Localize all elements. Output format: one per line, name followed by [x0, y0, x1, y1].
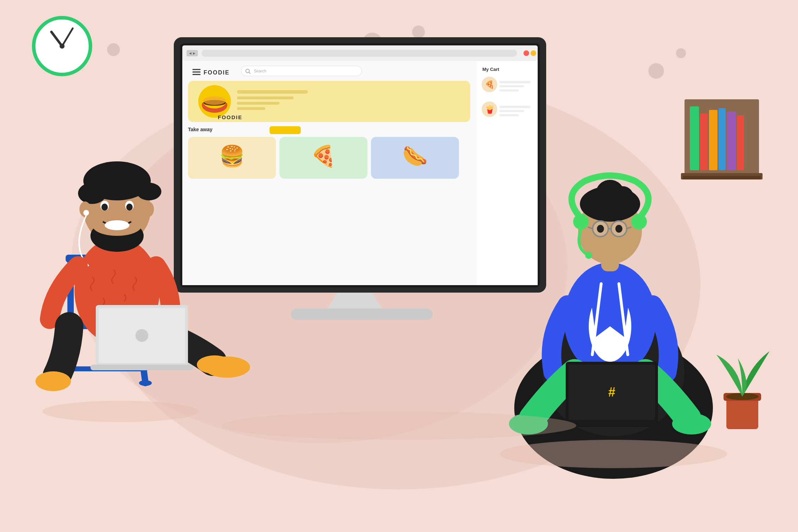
svg-point-112: [597, 225, 604, 233]
svg-point-12: [60, 44, 65, 49]
svg-rect-129: [709, 110, 717, 170]
svg-point-90: [204, 356, 250, 378]
svg-rect-38: [237, 90, 308, 94]
svg-rect-135: [724, 393, 761, 401]
svg-rect-100: [601, 248, 619, 271]
svg-rect-55: [499, 85, 524, 87]
svg-rect-43: [270, 126, 301, 134]
svg-point-73: [74, 238, 160, 344]
svg-rect-32: [188, 81, 470, 122]
svg-point-84: [126, 204, 133, 211]
svg-text:My Cart: My Cart: [482, 67, 499, 72]
svg-point-104: [612, 186, 633, 207]
svg-point-86: [79, 201, 91, 217]
svg-rect-44: [188, 137, 276, 179]
svg-point-72: [139, 380, 152, 386]
svg-rect-22: [182, 61, 538, 285]
svg-point-79: [90, 220, 144, 252]
svg-rect-124: [560, 421, 663, 427]
svg-point-20: [523, 50, 529, 56]
svg-point-81: [100, 201, 109, 211]
svg-point-77: [78, 183, 106, 204]
svg-point-103: [596, 180, 624, 207]
svg-text:Search: Search: [254, 69, 266, 73]
svg-rect-54: [499, 81, 531, 83]
svg-rect-28: [241, 66, 362, 76]
svg-rect-46: [279, 137, 367, 179]
svg-rect-60: [499, 110, 524, 112]
svg-rect-133: [683, 176, 761, 179]
svg-line-109: [627, 227, 631, 229]
svg-point-4: [412, 26, 425, 38]
svg-line-69: [138, 329, 145, 383]
svg-text:🍔: 🍔: [219, 144, 245, 168]
svg-rect-59: [499, 106, 531, 108]
svg-line-30: [249, 72, 250, 74]
svg-point-57: [482, 101, 497, 117]
svg-point-114: [573, 214, 589, 229]
svg-point-101: [578, 197, 642, 264]
svg-rect-64: [67, 255, 74, 326]
svg-line-11: [62, 28, 73, 46]
svg-rect-40: [237, 102, 279, 105]
app-logo-text: FOODIE: [218, 114, 243, 120]
svg-point-1: [98, 78, 700, 489]
svg-rect-16: [182, 45, 538, 61]
svg-point-96: [514, 337, 713, 479]
svg-point-36: [203, 100, 226, 106]
svg-point-2: [71, 89, 567, 443]
svg-point-82: [125, 201, 134, 211]
svg-rect-121: [566, 362, 658, 422]
svg-line-117: [592, 284, 601, 355]
svg-point-87: [143, 201, 154, 217]
svg-point-29: [246, 69, 249, 73]
svg-point-94: [135, 329, 148, 342]
svg-point-5: [648, 63, 664, 79]
svg-rect-50: [477, 61, 538, 285]
svg-rect-14: [180, 43, 540, 287]
svg-point-34: [202, 97, 227, 113]
svg-rect-65: [131, 255, 137, 326]
svg-point-37: [203, 96, 226, 105]
svg-point-120: [672, 413, 711, 434]
svg-point-7: [107, 43, 120, 56]
svg-rect-66: [66, 255, 140, 262]
svg-line-10: [51, 32, 62, 46]
svg-point-97: [543, 309, 685, 436]
svg-rect-134: [726, 397, 758, 429]
svg-point-98: [564, 262, 656, 376]
svg-point-137: [43, 401, 199, 422]
svg-rect-131: [727, 112, 736, 170]
svg-point-113: [615, 225, 622, 233]
svg-point-52: [482, 77, 497, 92]
svg-point-85: [105, 220, 129, 230]
svg-text:🍕: 🍕: [311, 144, 337, 168]
svg-text:🌭: 🌭: [402, 144, 428, 168]
svg-rect-41: [237, 107, 265, 110]
svg-rect-125: [685, 99, 759, 177]
svg-rect-127: [690, 106, 699, 170]
svg-text:#: #: [608, 385, 615, 399]
svg-line-68: [62, 329, 69, 383]
svg-line-108: [588, 227, 593, 229]
svg-point-21: [531, 50, 536, 56]
svg-point-138: [222, 411, 576, 440]
svg-point-71: [56, 380, 68, 386]
svg-point-78: [137, 183, 161, 200]
svg-rect-61: [499, 114, 519, 116]
svg-point-8: [34, 18, 90, 74]
svg-text:🍟: 🍟: [485, 105, 495, 114]
svg-point-9: [34, 18, 90, 74]
svg-rect-48: [371, 137, 459, 179]
svg-rect-122: [569, 365, 655, 420]
svg-rect-56: [499, 89, 519, 92]
svg-rect-0: [0, 0, 798, 532]
svg-point-111: [612, 222, 626, 236]
svg-point-89: [35, 371, 71, 391]
svg-point-76: [83, 161, 151, 200]
svg-point-83: [101, 204, 108, 211]
svg-point-106: [611, 221, 627, 237]
svg-point-115: [631, 214, 647, 229]
svg-text:Take away: Take away: [188, 127, 212, 132]
svg-rect-126: [681, 173, 763, 179]
